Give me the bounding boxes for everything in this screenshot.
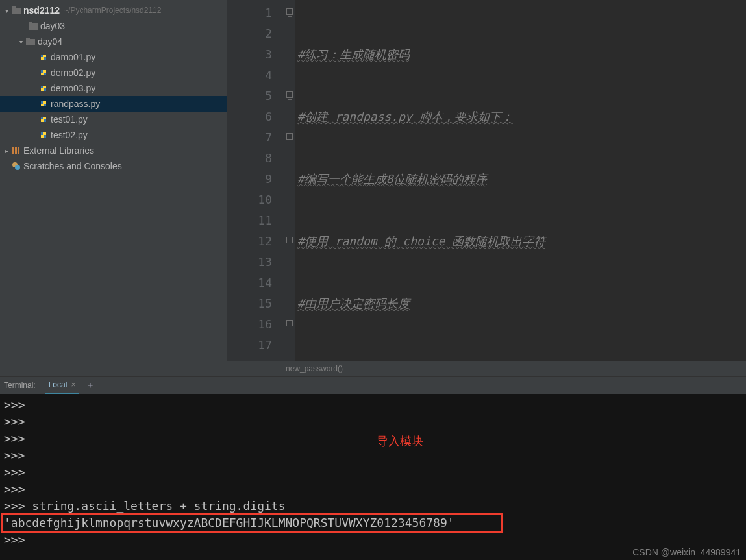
chevron-right-icon: ▸ — [3, 147, 10, 154]
line-number: 3 — [227, 44, 272, 65]
svg-rect-9 — [18, 147, 19, 154]
terminal-line: >>> — [4, 481, 742, 498]
project-path: ~/PycharmProjects/nsd2112 — [64, 6, 161, 15]
fold-icon[interactable] — [286, 237, 293, 243]
watermark: CSDN @weixin_44989941 — [632, 547, 741, 557]
ext-lib-label: External Libraries — [23, 145, 94, 156]
breadcrumb-item: new_password() — [286, 364, 343, 373]
project-root-node[interactable]: ▾ nsd2112 ~/PycharmProjects/nsd2112 — [0, 3, 227, 18]
terminal-panel: Terminal: Local × ＋ >>> >>> >>> >>> >>> … — [0, 377, 746, 560]
scratches-label: Scratches and Consoles — [23, 161, 122, 171]
line-number: 17 — [227, 335, 272, 356]
external-libraries[interactable]: ▸ External Libraries — [0, 143, 227, 158]
file-label: test02.py — [51, 130, 88, 140]
file-label: randpass.py — [51, 99, 100, 109]
line-number: 16 — [227, 314, 272, 335]
terminal-line: >>> string.ascii_letters + string.digits — [4, 498, 742, 515]
terminal-line: >>> — [4, 447, 742, 464]
fold-icon[interactable] — [286, 320, 293, 326]
terminal-tab-local[interactable]: Local × — [45, 377, 80, 394]
line-number: 10 — [227, 189, 272, 210]
svg-rect-3 — [29, 22, 32, 25]
editor-area: 1 2 3 4 5 6 7 8 9 10 11 12 13 14 15 16 1… — [227, 0, 746, 376]
svg-rect-1 — [12, 6, 16, 9]
comment: #使用 random 的 choice 函数随机取出字符 — [297, 234, 545, 248]
fold-icon[interactable] — [286, 91, 293, 98]
fold-gutter[interactable] — [284, 0, 295, 361]
folder-icon — [29, 21, 38, 30]
line-number: 7 — [227, 127, 272, 148]
python-file-icon — [39, 84, 48, 93]
svg-rect-7 — [12, 147, 14, 154]
terminal-line: >>> — [4, 413, 742, 430]
folder-label: day04 — [38, 36, 62, 47]
code-text: string — [396, 359, 438, 361]
file-demo02[interactable]: demo02.py — [0, 65, 227, 80]
line-number: 6 — [227, 106, 272, 127]
line-number: 8 — [227, 148, 272, 169]
project-name: nsd2112 — [23, 5, 60, 16]
library-icon — [12, 146, 21, 155]
code-text: , — [389, 359, 396, 361]
close-icon[interactable]: × — [71, 380, 75, 389]
line-number: 4 — [227, 65, 272, 86]
line-number: 12 — [227, 231, 272, 252]
line-number: 11 — [227, 210, 272, 231]
python-file-icon — [39, 130, 48, 140]
code-editor[interactable]: #练习：生成随机密码 #创建 randpass.py 脚本，要求如下： #编写一… — [295, 0, 746, 361]
annotation-label: 导入模块 — [377, 433, 423, 450]
terminal-line: >>> — [4, 464, 742, 481]
terminal-line: >>> — [4, 430, 742, 447]
terminal-line: 'abcdefghijklmnopqrstuvwxyzABCDEFGHIJKLM… — [4, 516, 454, 530]
line-number: 2 — [227, 23, 272, 44]
scratches-node[interactable]: Scratches and Consoles — [0, 158, 227, 174]
file-test01[interactable]: test01.py — [0, 112, 227, 127]
fold-icon[interactable] — [286, 8, 293, 15]
file-demo03[interactable]: demo03.py — [0, 80, 227, 96]
line-number: 14 — [227, 273, 272, 293]
python-file-icon — [39, 115, 48, 124]
file-randpass[interactable]: randpass.py — [0, 96, 227, 112]
terminal-tab-bar: Terminal: Local × ＋ — [0, 377, 746, 394]
chevron-down-icon: ▾ — [3, 7, 10, 14]
comment: #练习：生成随机密码 — [297, 47, 410, 61]
terminal-line: >>> — [4, 531, 742, 548]
python-file-icon — [39, 53, 48, 62]
terminal-label: Terminal: — [4, 381, 36, 390]
file-label: test01.py — [51, 114, 88, 125]
folder-label: day03 — [40, 21, 65, 31]
comment: #由用户决定密码长度 — [297, 297, 410, 310]
svg-rect-5 — [26, 38, 30, 40]
file-label: demo03.py — [51, 83, 95, 93]
code-text: random — [340, 359, 389, 361]
folder-day03[interactable]: day03 — [0, 18, 227, 34]
python-file-icon — [39, 68, 48, 77]
project-sidebar[interactable]: ▾ nsd2112 ~/PycharmProjects/nsd2112 day0… — [0, 0, 227, 376]
add-terminal-button[interactable]: ＋ — [86, 380, 95, 391]
file-label: demo02.py — [51, 67, 95, 78]
file-damo01[interactable]: damo01.py — [0, 49, 227, 65]
file-label: damo01.py — [51, 52, 95, 62]
file-test02[interactable]: test02.py — [0, 127, 227, 143]
fold-icon[interactable] — [286, 133, 293, 140]
terminal-tab-label: Local — [49, 380, 68, 389]
line-number: 15 — [227, 293, 272, 314]
line-number: 13 — [227, 252, 272, 273]
line-number: 5 — [227, 86, 272, 106]
kw-import: import — [297, 359, 340, 361]
terminal-body[interactable]: >>> >>> >>> >>> >>> >>> >>> string.ascii… — [0, 394, 746, 560]
python-file-icon — [39, 99, 48, 108]
chevron-down-icon: ▾ — [17, 38, 25, 45]
comment: #创建 randpass.py 脚本，要求如下： — [297, 110, 513, 123]
comment: #编写一个能生成8位随机密码的程序 — [297, 172, 487, 186]
breadcrumb[interactable]: new_password() — [227, 361, 746, 376]
svg-point-11 — [15, 165, 20, 170]
terminal-line: >>> — [4, 396, 742, 413]
line-number: 9 — [227, 169, 272, 189]
folder-day04[interactable]: ▾ day04 — [0, 34, 227, 49]
svg-rect-8 — [15, 147, 17, 154]
scratches-icon — [12, 162, 21, 171]
line-number-gutter[interactable]: 1 2 3 4 5 6 7 8 9 10 11 12 13 14 15 16 1… — [227, 0, 284, 361]
folder-icon — [12, 6, 21, 15]
folder-icon — [26, 37, 35, 46]
